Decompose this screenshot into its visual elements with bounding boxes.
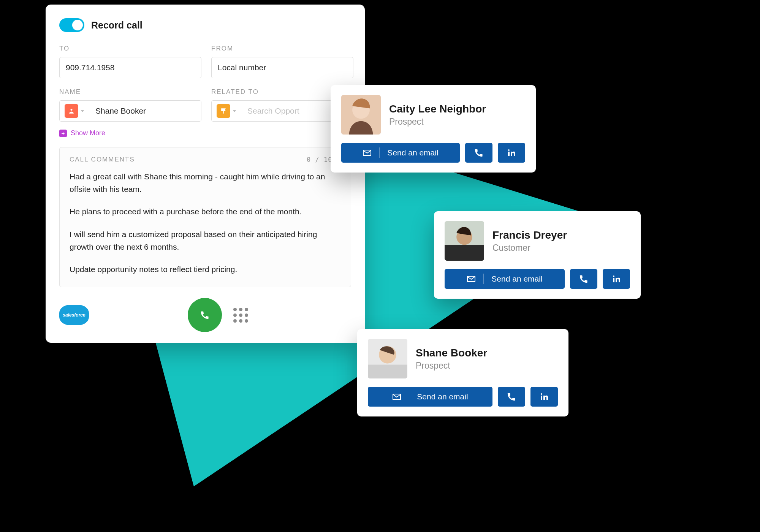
record-call-toggle[interactable] [59,18,84,32]
call-button[interactable] [570,269,597,289]
contact-name: Shane Booker [416,347,487,359]
svg-point-10 [613,276,614,277]
salesforce-icon[interactable]: salesforce [59,305,89,325]
send-email-button[interactable]: Send an email [341,143,460,163]
phone-icon [507,392,516,401]
send-email-button[interactable]: Send an email [368,387,492,407]
contact-tile-icon [65,104,78,118]
from-field-group: FROM [211,45,353,78]
call-comments-box: CALL COMMENTS 0 / 1000 Had a great call … [59,147,351,287]
contact-card-caity: Caity Lee Neighbor Prospect Send an emai… [331,85,536,173]
comments-textarea[interactable]: Had a great call with Shane this morning… [70,170,341,276]
to-field-group: TO [59,45,201,78]
svg-point-5 [508,149,510,151]
contact-name: Francis Dreyer [492,229,567,241]
comment-p1: Had a great call with Shane this morning… [70,170,341,195]
chevron-down-icon [81,110,84,112]
to-label: TO [59,45,201,52]
svg-rect-12 [368,365,407,378]
show-more-button[interactable]: + Show More [59,129,105,137]
record-call-panel: Record call TO FROM NAME [46,5,365,343]
contact-role: Customer [492,243,567,253]
svg-point-1 [70,109,72,111]
contact-name: Caity Lee Neighbor [389,103,486,115]
from-label: FROM [211,45,353,52]
contact-role: Prospect [389,117,486,127]
comments-label: CALL COMMENTS [70,156,135,163]
linkedin-icon [507,148,516,157]
comment-p3: I will send him a customized proposal ba… [70,228,341,253]
avatar [445,221,484,261]
svg-rect-9 [613,278,614,282]
phone-icon [579,274,588,283]
contact-card-shane: Shane Booker Prospect Send an email [357,329,568,416]
call-button[interactable] [498,387,525,407]
opportunity-tile-icon [217,104,230,118]
envelope-icon [467,274,476,283]
dialpad-button[interactable] [233,308,248,323]
svg-rect-14 [541,396,542,400]
related-type-picker[interactable] [212,101,241,121]
linkedin-icon [540,392,549,401]
send-email-label: Send an email [387,148,438,157]
chevron-down-icon [233,110,236,112]
contact-role: Prospect [416,361,487,371]
linkedin-button[interactable] [603,269,630,289]
phone-icon [200,310,209,320]
envelope-icon [392,392,401,401]
from-input[interactable] [211,57,353,78]
name-input[interactable] [89,101,201,121]
record-call-label: Record call [91,20,142,31]
envelope-icon [363,148,372,157]
contact-card-francis: Francis Dreyer Customer Send an email [434,211,641,299]
phone-icon [474,148,483,157]
name-label: NAME [59,88,201,96]
call-button[interactable] [465,143,492,163]
start-call-button[interactable] [188,298,222,332]
comment-p2: He plans to proceed with a purchase befo… [70,205,341,218]
show-more-label: Show More [71,129,105,137]
svg-rect-7 [445,245,484,261]
name-compound [59,100,201,122]
comment-p4: Update opportunity notes to reflect tier… [70,263,341,276]
name-type-picker[interactable] [60,101,89,121]
svg-rect-4 [508,152,510,156]
linkedin-icon [612,274,621,283]
avatar [341,95,381,135]
send-email-label: Send an email [491,274,542,283]
svg-point-15 [541,393,542,395]
send-email-button[interactable]: Send an email [445,269,565,289]
avatar [368,339,407,378]
linkedin-button[interactable] [530,387,558,407]
send-email-label: Send an email [417,392,468,401]
linkedin-button[interactable] [498,143,525,163]
name-field-group: NAME [59,88,201,122]
to-input[interactable] [59,57,201,78]
plus-icon: + [59,130,67,137]
